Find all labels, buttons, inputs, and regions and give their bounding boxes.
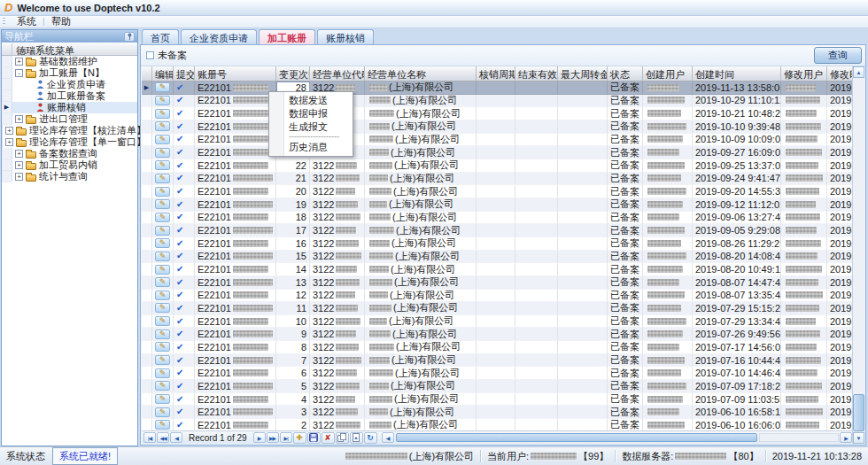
submit-check-icon[interactable]: ✔ [176,122,183,131]
table-row[interactable]: ✎✔E2210163122(上海)有限公司已备案2019-07-10 14:46… [142,367,852,380]
edit-button[interactable]: ✎ [155,420,170,430]
edit-button[interactable]: ✎ [155,329,170,339]
nav-next-button[interactable]: ▶ [253,432,266,443]
edit-button[interactable]: ✎ [155,199,170,209]
column-header-9[interactable]: 状态 [608,66,643,81]
edit-button[interactable]: ✎ [155,252,170,261]
column-header-7[interactable]: 结束有效期 [515,66,558,81]
collapse-icon[interactable]: - [15,69,23,77]
table-row[interactable]: ▶✎✔E22101283122(上海)有限公司已备案2019-11-13 13:… [142,81,852,95]
column-header-8[interactable]: 最大周转金额 [558,66,608,81]
column-header-2[interactable]: 账册号 [195,66,276,81]
edit-button[interactable]: ✎ [155,135,170,144]
edit-button[interactable]: ✎ [155,226,170,236]
table-row[interactable]: ✎✔E22101123122(上海)有限公司已备案2019-08-07 13:3… [142,290,852,303]
nav-prev-button[interactable]: ◀ [170,432,182,443]
menu-system[interactable]: 系统 [10,15,43,28]
submit-check-icon[interactable]: ✔ [176,291,183,299]
submit-check-icon[interactable]: ✔ [176,407,183,416]
edit-button[interactable]: ✎ [155,355,170,365]
submit-check-icon[interactable]: ✔ [176,161,183,170]
edit-button[interactable]: ✎ [155,381,170,391]
context-menu-item-generate-message[interactable]: 生成报文 [269,120,353,134]
column-header-0[interactable]: 编辑 [152,66,174,81]
submit-check-icon[interactable]: ✔ [176,356,183,365]
column-header-4[interactable]: 经营单位代码 [310,66,365,81]
expand-icon[interactable]: + [15,115,23,123]
edit-button[interactable]: ✎ [155,121,170,131]
table-row[interactable]: ✎✔E2210143122(上海)有限公司已备案2019-07-09 11:03… [142,393,852,407]
submit-check-icon[interactable]: ✔ [176,109,183,118]
edit-button[interactable]: ✎ [155,174,170,183]
edit-button[interactable]: ✎ [155,265,170,275]
append-record-icon[interactable]: ✚ [293,432,306,444]
table-row[interactable]: ✎✔E22101103122(上海)有限公司已备案2019-07-29 13:3… [142,315,852,329]
scroll-left-icon[interactable]: ◀ [382,432,394,443]
tab-account-verification[interactable]: 账册核销 [317,29,374,44]
edit-button[interactable]: ✎ [155,407,170,417]
table-row[interactable]: ✎✔E22101(上海)有限公司已备案2019-10-29 11:10:1120… [142,95,852,108]
column-header-12[interactable]: 修改用户 [781,66,827,81]
vertical-scrollbar[interactable]: ▲ ▼ [852,66,864,444]
column-header-5[interactable]: 经营单位名称 [365,66,477,81]
preview-icon[interactable] [350,432,363,444]
submit-check-icon[interactable]: ✔ [176,213,183,221]
submit-check-icon[interactable]: ✔ [176,135,183,143]
edit-button[interactable]: ✎ [155,277,170,287]
nav-first-button[interactable]: |◀ [143,432,156,443]
table-row[interactable]: ✎✔E22101213122(上海)有限公司已备案2019-09-24 9:41… [142,173,852,186]
table-row[interactable]: ✎✔E22101183122(上海)有限公司已备案2019-09-06 13:2… [142,212,852,225]
menu-help[interactable]: 帮助 [44,15,78,28]
table-row[interactable]: ✎✔E2210183122(上海)有限公司已备案2019-07-17 14:56… [142,341,852,354]
column-header-13[interactable]: 修改时间 [827,66,854,81]
table-row[interactable]: ✎✔E22101223122(上海)有限公司已备案2019-09-25 13:3… [142,159,852,173]
context-menu-item-history-messages[interactable]: 历史消息 [269,141,353,154]
horizontal-scroll-track[interactable] [759,433,839,442]
table-row[interactable]: ✎✔E22101193122(上海)有限公司已备案2019-09-12 11:1… [142,198,852,212]
copy-icon[interactable] [336,432,349,444]
table-row[interactable]: ✎✔E22101143122(上海)有限公司已备案2019-08-20 10:4… [142,263,852,276]
submit-check-icon[interactable]: ✔ [176,148,183,157]
submit-check-icon[interactable]: ✔ [176,96,183,105]
table-row[interactable]: ✎✔E2210153122(上海)有限公司已备案2019-07-09 17:18… [142,380,852,393]
edit-button[interactable]: ✎ [155,394,170,404]
nav-next-page-button[interactable]: ▶▶ [267,432,279,443]
table-row[interactable]: ✎✔E22101203122(上海)有限公司已备案2019-09-20 14:5… [142,185,852,198]
expand-icon[interactable]: + [5,138,13,146]
table-row[interactable]: ✎✔E22101(上海)有限公司已备案2019-09-27 16:09:0520… [142,146,852,159]
expand-icon[interactable]: + [15,173,23,181]
submit-check-icon[interactable]: ✔ [176,382,183,391]
submit-check-icon[interactable]: ✔ [176,83,183,92]
submit-check-icon[interactable]: ✔ [176,174,183,182]
submit-check-icon[interactable]: ✔ [176,329,183,338]
edit-button[interactable]: ✎ [155,303,170,313]
table-row[interactable]: ✎✔E22101163122(上海)有限公司已备案2019-08-26 11:2… [142,237,852,251]
tab-processing-account-book[interactable]: 加工账册 [259,29,315,44]
scroll-down-icon[interactable]: ▼ [853,432,864,444]
submit-check-icon[interactable]: ✔ [176,239,183,248]
edit-button[interactable]: ✎ [155,187,170,197]
column-header-10[interactable]: 创建用户 [643,66,693,81]
edit-button[interactable]: ✎ [155,368,170,378]
edit-button[interactable]: ✎ [155,96,170,105]
submit-check-icon[interactable]: ✔ [176,252,183,260]
submit-check-icon[interactable]: ✔ [176,187,183,196]
submit-check-icon[interactable]: ✔ [176,343,183,352]
submit-check-icon[interactable]: ✔ [176,304,183,313]
submit-check-icon[interactable]: ✔ [176,395,183,404]
expand-icon[interactable]: + [15,161,23,169]
nav-prev-page-button[interactable]: ◀◀ [157,432,169,443]
expand-icon[interactable]: + [5,127,13,135]
context-menu-item-data-declare[interactable]: 数据申报 [269,107,353,120]
table-row[interactable]: ✎✔E22101173122(上海)有限公司已备案2019-09-05 9:29… [142,224,852,237]
column-header-11[interactable]: 创建时间 [693,66,781,81]
edit-button[interactable]: ✎ [155,109,170,119]
edit-button[interactable]: ✎ [155,238,170,248]
submit-check-icon[interactable]: ✔ [176,226,183,235]
query-button[interactable]: 查询 [814,47,862,64]
edit-button[interactable]: ✎ [155,213,170,222]
nav-last-button[interactable]: ▶| [280,432,292,443]
column-header-1[interactable]: 提交 [174,66,195,81]
refresh-icon[interactable]: ↻ [364,432,377,444]
horizontal-scroll-thumb[interactable] [396,433,757,442]
